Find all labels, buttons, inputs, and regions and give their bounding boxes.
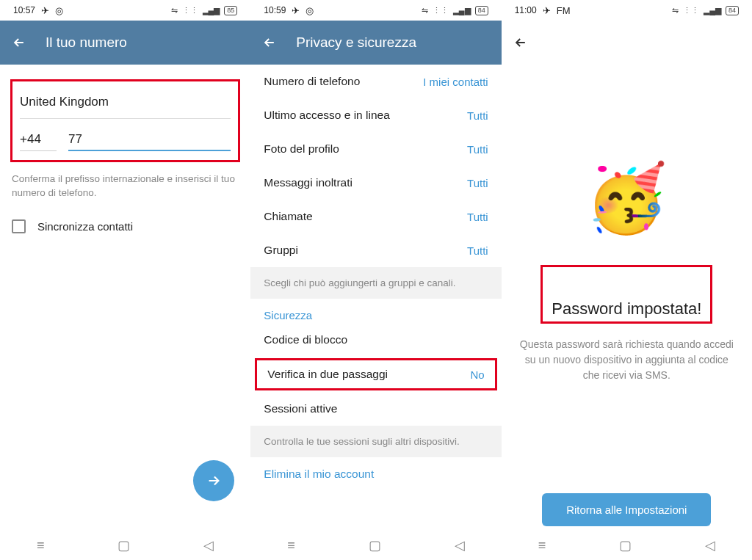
- highlight-box-1: United Kingdom +44 77: [10, 79, 240, 162]
- value: Tutti: [467, 211, 488, 223]
- battery-icon: 84: [475, 6, 488, 15]
- password-set-title: Password impostata!: [549, 299, 704, 319]
- nav-menu-icon[interactable]: ≡: [538, 538, 546, 553]
- label: Elimina il mio account: [264, 468, 374, 481]
- telegram-icon: ✈: [543, 5, 551, 16]
- back-icon[interactable]: [513, 35, 528, 50]
- telegram-icon: ✈: [41, 5, 49, 16]
- row-calls[interactable]: Chiamate Tutti: [250, 200, 501, 233]
- row-lockcode[interactable]: Codice di blocco: [250, 323, 501, 357]
- fm-text: FM: [557, 5, 571, 16]
- screen-password-set: 11:00 ✈ FM ⇋ ⋮⋮ ▂▄▆ 84 🥳 Password impost…: [502, 0, 752, 560]
- label: Chiamate: [264, 210, 312, 223]
- app-bar: Privacy e sicurezza: [250, 21, 501, 65]
- label: Numero di telefono: [264, 75, 360, 88]
- signal-icon: ▂▄▆: [704, 6, 721, 15]
- whatsapp-icon: ◎: [55, 5, 63, 16]
- row-delete-account[interactable]: Elimina il mio account: [250, 457, 501, 491]
- label: Gruppi: [264, 244, 298, 257]
- value: Tutti: [467, 109, 488, 122]
- whatsapp-icon: ◎: [306, 5, 314, 16]
- screen-privacy: 10:59 ✈ ◎ ⇋ ⋮⋮ ▂▄▆ 84 Privacy e sicurezz…: [250, 0, 501, 560]
- sync-checkbox[interactable]: [12, 219, 26, 233]
- nav-bar: ≡ ▢ ◁: [502, 531, 752, 560]
- value: Tutti: [467, 244, 488, 257]
- status-bar: 10:57 ✈ ◎ ⇋ ⋮⋮ ▂▄▆ 85: [0, 0, 250, 21]
- appbar-title: Il tuo numero: [46, 34, 127, 51]
- country-selector[interactable]: United Kingdom: [20, 90, 231, 119]
- nav-home-icon[interactable]: ▢: [619, 537, 632, 553]
- sync-label: Sincronizza contatti: [37, 220, 133, 233]
- wifi-icon: ⋮⋮: [433, 6, 449, 15]
- label: Codice di blocco: [264, 333, 347, 346]
- value: No: [470, 368, 484, 381]
- nav-home-icon[interactable]: ▢: [118, 537, 130, 553]
- battery-icon: 85: [224, 6, 237, 15]
- signal-icon: ▂▄▆: [203, 6, 220, 15]
- nav-back-icon[interactable]: ◁: [705, 537, 715, 553]
- row-profile-photo[interactable]: Foto del profilo Tutti: [250, 132, 501, 166]
- prefix-input[interactable]: +44: [20, 132, 57, 151]
- label: Ultimo accesso e in linea: [264, 109, 389, 122]
- app-bar: Il tuo numero: [0, 21, 250, 65]
- status-time: 10:57 ✈ ◎: [13, 5, 63, 16]
- back-icon[interactable]: [12, 35, 26, 50]
- nav-back-icon[interactable]: ◁: [455, 537, 465, 553]
- password-set-desc: Questa password sarà richiesta quando ac…: [519, 337, 734, 383]
- time-text: 10:57: [13, 5, 35, 15]
- vibrate-icon: ⇋: [672, 6, 679, 15]
- groups-hint: Scegli chi può aggiungerti a gruppi e ca…: [250, 267, 501, 299]
- status-time: 11:00 ✈ FM: [515, 5, 571, 16]
- phone-input[interactable]: 77: [68, 132, 231, 151]
- battery-icon: 84: [726, 6, 739, 15]
- next-fab[interactable]: [193, 460, 234, 501]
- nav-menu-icon[interactable]: ≡: [37, 538, 45, 553]
- sessions-hint: Controlla le tue sessioni sugli altri di…: [250, 426, 501, 457]
- highlight-box-2: Verifica in due passaggi No: [255, 358, 496, 390]
- telegram-icon: ✈: [292, 5, 300, 16]
- row-two-step[interactable]: Verifica in due passaggi No: [257, 360, 494, 388]
- value: Tutti: [467, 177, 488, 189]
- value: Tutti: [467, 143, 488, 156]
- party-emoji: 🥳: [585, 160, 668, 237]
- highlight-box-3: Password impostata!: [540, 265, 712, 324]
- wifi-icon: ⋮⋮: [182, 6, 198, 15]
- label: Foto del profilo: [264, 142, 339, 156]
- nav-back-icon[interactable]: ◁: [203, 537, 214, 553]
- signal-icon: ▂▄▆: [453, 6, 471, 15]
- section-security: Sicurezza: [250, 299, 501, 323]
- screen-phone-number: 10:57 ✈ ◎ ⇋ ⋮⋮ ▂▄▆ 85 Il tuo numero Unit…: [0, 0, 250, 560]
- phone-hint: Conferma il prefisso internazionale e in…: [12, 172, 239, 200]
- status-bar: 11:00 ✈ FM ⇋ ⋮⋮ ▂▄▆ 84: [502, 0, 752, 21]
- time-text: 11:00: [515, 5, 537, 15]
- label: Verifica in due passaggi: [267, 368, 388, 381]
- label: Messaggi inoltrati: [264, 176, 352, 189]
- nav-home-icon[interactable]: ▢: [369, 537, 381, 553]
- return-settings-button[interactable]: Ritorna alle Impostazioni: [542, 493, 711, 526]
- time-text: 10:59: [264, 5, 286, 15]
- privacy-list: Numero di telefono I miei contatti Ultim…: [250, 65, 501, 491]
- nav-menu-icon[interactable]: ≡: [287, 538, 295, 553]
- wifi-icon: ⋮⋮: [683, 6, 699, 15]
- sync-contacts-row[interactable]: Sincronizza contatti: [12, 219, 239, 233]
- vibrate-icon: ⇋: [422, 6, 428, 15]
- vibrate-icon: ⇋: [171, 6, 178, 15]
- row-active-sessions[interactable]: Sessioni attive: [250, 392, 501, 426]
- app-bar: [502, 21, 752, 65]
- row-groups[interactable]: Gruppi Tutti: [250, 233, 501, 267]
- row-phone-number[interactable]: Numero di telefono I miei contatti: [250, 65, 501, 98]
- row-forward[interactable]: Messaggi inoltrati Tutti: [250, 166, 501, 200]
- label: Sessioni attive: [264, 402, 337, 415]
- status-bar: 10:59 ✈ ◎ ⇋ ⋮⋮ ▂▄▆ 84: [250, 0, 501, 21]
- nav-bar: ≡ ▢ ◁: [0, 531, 250, 560]
- status-time: 10:59 ✈ ◎: [264, 5, 314, 16]
- row-last-seen[interactable]: Ultimo accesso e in linea Tutti: [250, 98, 501, 132]
- value: I miei contatti: [423, 76, 488, 88]
- appbar-title: Privacy e sicurezza: [296, 34, 416, 51]
- nav-bar: ≡ ▢ ◁: [250, 531, 501, 560]
- back-icon[interactable]: [262, 35, 277, 50]
